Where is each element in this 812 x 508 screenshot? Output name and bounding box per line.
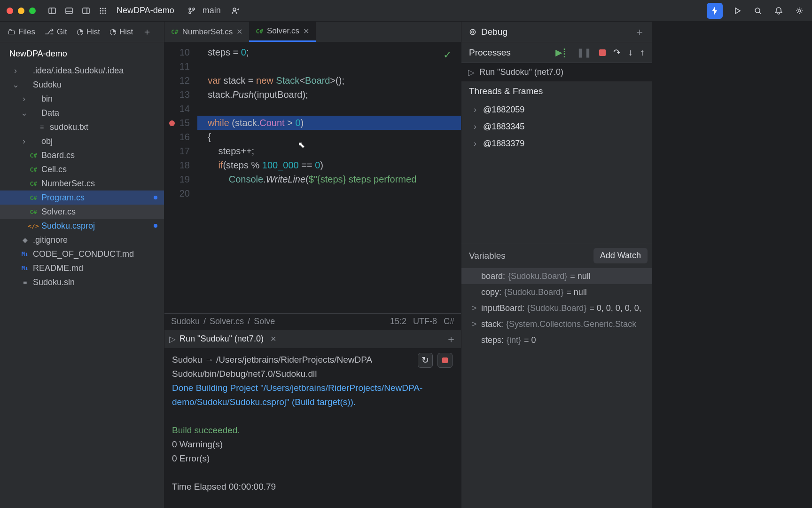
add-debug-tab[interactable]: ＋ bbox=[634, 25, 645, 39]
tab-history-2[interactable]: ◔Hist bbox=[105, 22, 138, 42]
vcs-branch-icon[interactable] bbox=[186, 5, 198, 17]
tree-item[interactable]: ⌄Data bbox=[0, 106, 164, 120]
close-window[interactable] bbox=[7, 8, 13, 14]
pause-icon[interactable]: ❚❚ bbox=[577, 47, 592, 58]
language[interactable]: C# bbox=[444, 317, 454, 326]
tree-item[interactable]: </>Sudoku.csproj bbox=[0, 219, 164, 233]
variable-row[interactable]: steps: {int} = 0 bbox=[461, 332, 652, 348]
svg-point-7 bbox=[102, 8, 104, 9]
layout-left-icon[interactable] bbox=[46, 5, 58, 17]
variable-row[interactable]: >inputBoard: {Sudoku.Board} = 0, 0, 0, 0… bbox=[461, 300, 652, 316]
variable-row[interactable]: board: {Sudoku.Board} = null bbox=[461, 268, 652, 284]
inspection-ok-icon[interactable]: ✓ bbox=[443, 49, 452, 61]
editor-tab[interactable]: C#Solver.cs✕ bbox=[249, 22, 316, 42]
debug-panel: ⊚ Debug ＋ Processes ▶⡇ ❚❚ ↷ ↓ ↑ ▷ Run "S… bbox=[461, 22, 652, 508]
code-area[interactable]: steps = 0; var stack = new Stack<Board>(… bbox=[197, 42, 461, 313]
terminal-line bbox=[172, 466, 453, 480]
tree-item[interactable]: ◆.gitignore bbox=[0, 233, 164, 247]
settings-icon[interactable] bbox=[793, 5, 805, 17]
ai-bolt-icon[interactable] bbox=[707, 3, 723, 19]
tree-item[interactable]: ≡Sudoku.sln bbox=[0, 275, 164, 289]
terminal-line: Done Building Project "/Users/jetbrains/… bbox=[172, 381, 453, 409]
terminal-tabs: ▷ Run "Sudoku" (net7.0) ✕ ＋ bbox=[164, 329, 461, 348]
crumb-1[interactable]: Solver.cs bbox=[210, 317, 244, 326]
add-tab[interactable]: ＋ bbox=[138, 22, 156, 42]
svg-line-20 bbox=[759, 12, 761, 14]
resume-icon[interactable]: ▶⡇ bbox=[555, 47, 569, 58]
crumb-2[interactable]: Solve bbox=[254, 317, 275, 326]
add-watch-button[interactable]: Add Watch bbox=[593, 248, 648, 263]
tree-item[interactable]: ›.idea/.idea.Sudoku/.idea bbox=[0, 64, 164, 78]
thread-item[interactable]: ›@1883345 bbox=[461, 118, 652, 135]
svg-rect-0 bbox=[49, 8, 55, 14]
tab-files[interactable]: 🗀Files bbox=[0, 22, 40, 42]
close-icon[interactable]: ✕ bbox=[303, 27, 309, 36]
maximize-window[interactable] bbox=[29, 8, 36, 14]
tree-item[interactable]: M↓CODE_OF_CONDUCT.md bbox=[0, 247, 164, 261]
variables-header: Variables Add Watch bbox=[461, 243, 652, 268]
close-icon[interactable]: ✕ bbox=[236, 27, 242, 36]
debug-tab[interactable]: ⊚ Debug ＋ bbox=[461, 22, 652, 42]
run-icon[interactable] bbox=[731, 5, 743, 17]
branch-name[interactable]: main bbox=[203, 6, 221, 16]
tree-item[interactable]: C#Board.cs bbox=[0, 148, 164, 162]
svg-point-14 bbox=[105, 12, 106, 14]
terminal-tab[interactable]: ▷ Run "Sudoku" (net7.0) ✕ bbox=[169, 334, 276, 344]
terminal-output[interactable]: ↻ Sudoku → /Users/jetbrains/RiderProject… bbox=[164, 348, 461, 508]
terminal-line: Sudoku → /Users/jetbrains/RiderProjects/… bbox=[172, 353, 453, 381]
window-controls bbox=[7, 8, 36, 14]
step-out-icon[interactable]: ↑ bbox=[640, 48, 645, 58]
rerun-button[interactable]: ↻ bbox=[418, 353, 433, 368]
editor-tab[interactable]: C#NumberSet.cs✕ bbox=[164, 22, 249, 42]
tree-item[interactable]: M↓README.md bbox=[0, 261, 164, 275]
caret-pos[interactable]: 15:2 bbox=[390, 317, 406, 326]
svg-point-11 bbox=[105, 10, 106, 11]
thread-item[interactable]: ›@1883379 bbox=[461, 135, 652, 152]
tree-item[interactable]: C#Cell.cs bbox=[0, 162, 164, 176]
tree-item[interactable]: ⌄Sudoku bbox=[0, 78, 164, 92]
debug-label: Debug bbox=[481, 27, 508, 37]
stop-button[interactable] bbox=[437, 353, 453, 368]
variable-row[interactable]: copy: {Sudoku.Board} = null bbox=[461, 284, 652, 300]
file-tree: ›.idea/.idea.Sudoku/.idea⌄Sudoku›bin⌄Dat… bbox=[0, 64, 164, 289]
tree-item[interactable]: C#NumberSet.cs bbox=[0, 176, 164, 190]
tab-git[interactable]: ⎇Git bbox=[40, 22, 72, 42]
step-over-icon[interactable]: ↷ bbox=[613, 47, 621, 58]
svg-point-16 bbox=[189, 12, 191, 14]
layout-right-icon[interactable] bbox=[80, 5, 92, 17]
tree-item[interactable]: ›bin bbox=[0, 92, 164, 106]
encoding[interactable]: UTF-8 bbox=[413, 317, 437, 326]
tree-item[interactable]: C#Solver.cs bbox=[0, 205, 164, 219]
app-grid-icon[interactable] bbox=[97, 5, 109, 17]
clock-icon: ◔ bbox=[109, 27, 117, 37]
search-icon[interactable] bbox=[752, 5, 764, 17]
process-item[interactable]: ▷ Run "Sudoku" (net7.0) bbox=[461, 63, 652, 81]
svg-point-19 bbox=[755, 8, 760, 13]
tree-item[interactable]: ›obj bbox=[0, 134, 164, 148]
project-name[interactable]: NewDPA-demo bbox=[117, 6, 174, 16]
step-into-icon[interactable]: ↓ bbox=[628, 48, 633, 58]
notifications-icon[interactable] bbox=[773, 5, 785, 17]
tree-item[interactable]: C#Program.cs bbox=[0, 190, 164, 205]
thread-item[interactable]: ›@1882059 bbox=[461, 101, 652, 118]
stop-icon[interactable] bbox=[599, 49, 606, 56]
tab-history-1[interactable]: ◔Hist bbox=[72, 22, 105, 42]
git-icon: ⎇ bbox=[45, 27, 54, 37]
svg-point-21 bbox=[798, 9, 801, 12]
add-terminal-tab[interactable]: ＋ bbox=[446, 332, 456, 346]
layout-bottom-icon[interactable] bbox=[63, 5, 75, 17]
run-icon: ▷ bbox=[468, 67, 475, 78]
variable-row[interactable]: >stack: {System.Collections.Generic.Stac… bbox=[461, 316, 652, 332]
breadcrumb: Sudoku / Solver.cs / Solve 15:2 UTF-8 C# bbox=[164, 313, 461, 329]
tree-item[interactable]: ≡sudoku.txt bbox=[0, 120, 164, 134]
variables-list: board: {Sudoku.Board} = null copy: {Sudo… bbox=[461, 268, 652, 508]
terminal-line: Build succeeded. bbox=[172, 423, 453, 437]
close-icon[interactable]: ✕ bbox=[270, 334, 276, 343]
add-user-icon[interactable] bbox=[229, 5, 242, 17]
minimize-window[interactable] bbox=[18, 8, 24, 14]
svg-point-9 bbox=[100, 10, 102, 11]
code-editor[interactable]: 1011121314151617181920 steps = 0; var st… bbox=[164, 42, 461, 313]
debug-icon: ⊚ bbox=[469, 26, 476, 37]
crumb-0[interactable]: Sudoku bbox=[171, 317, 200, 326]
project-root[interactable]: NewDPA-demo bbox=[0, 42, 164, 64]
